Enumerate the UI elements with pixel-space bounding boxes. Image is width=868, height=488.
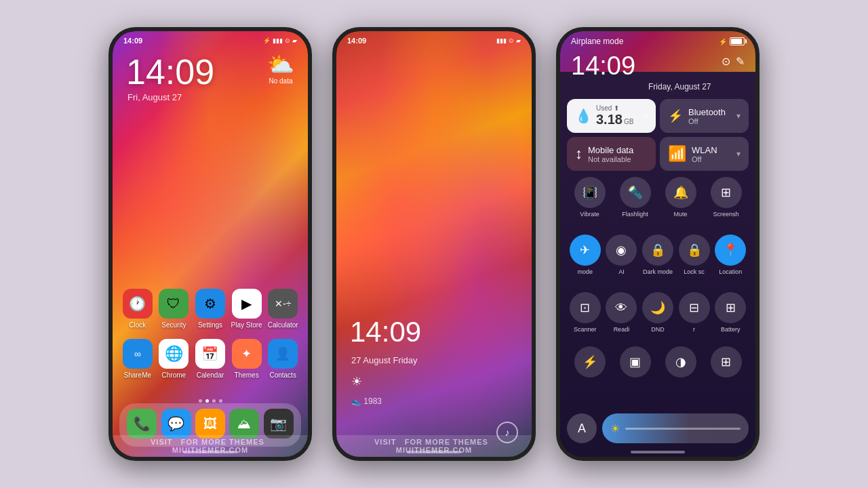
extra2-toggle[interactable]: ⊞ (711, 346, 742, 380)
battery-toggle[interactable]: ⊞ Battery (715, 292, 746, 333)
extra1-circle: ⊟ (679, 292, 710, 323)
status-time-2: 14:09 (347, 37, 366, 45)
status-icons-1: ⚡ ▮▮▮ ⊙ ▰ (263, 37, 297, 44)
screenshot-toggle[interactable]: ⊞ Screensh (711, 177, 742, 218)
vibrate-toggle[interactable]: 📳 Vibrate (574, 177, 606, 218)
location-circle: 📍 (715, 235, 746, 266)
cc-time: 14:09 (571, 52, 635, 81)
reading-label: Readi (614, 326, 630, 333)
ai-label: AI (618, 268, 625, 275)
chrome-icon: 🌐 (159, 339, 189, 369)
darkmode-label: Dark mode (643, 268, 673, 275)
bluetooth-tile[interactable]: ⚡ Bluetooth Off ▾ (660, 99, 749, 133)
wallpaper-2 (336, 31, 532, 457)
flashlight-toggle[interactable]: 🔦 Flashlight (620, 177, 651, 218)
airplane-circle: ✈ (570, 235, 601, 266)
playstore-label: Play Store (231, 321, 262, 329)
app-grid: 🕐 Clock 🛡 Security ⚙ Settings ▶ Play Sto… (113, 289, 308, 389)
battery-icon-3 (730, 37, 745, 45)
calculator-icon: ✕-÷ (268, 289, 298, 319)
control-panel: Airplane mode ⚡ 14:09 Friday, August 27 … (560, 31, 755, 457)
brightness-track (625, 428, 741, 430)
app-contacts[interactable]: 👤 Contacts (266, 339, 300, 379)
mobile-title: Mobile data (588, 145, 648, 155)
weather-icon: ⛅ (267, 52, 294, 77)
data-unit: GB (624, 118, 633, 125)
phone-2: 14:09 ▮▮▮ ⊙ ▰ 14:09 27 August Friday ☀ 👟… (332, 27, 536, 461)
settings-icon: ⚙ (195, 289, 225, 319)
scanner-toggle[interactable]: ⊡ Scanner (570, 292, 601, 333)
cast-toggle[interactable]: ▣ (620, 346, 651, 380)
phone-icon: 📞 (127, 409, 157, 439)
app-settings[interactable]: ⚙ Settings (193, 289, 227, 329)
reading-circle: 👁 (606, 292, 637, 323)
app-clock[interactable]: 🕐 Clock (121, 289, 155, 329)
edit-top-icon[interactable]: ✎ (736, 55, 745, 68)
cc-top-icons: ⊙ ✎ (722, 55, 745, 68)
data-tile-arrow: ▾ (644, 111, 648, 121)
toggle-row-4: ⚡ ▣ ◑ ⊞ (567, 346, 749, 380)
reading-toggle[interactable]: 👁 Readi (606, 292, 637, 333)
scanner-label: Scanner (574, 326, 597, 333)
dot-2 (205, 399, 209, 403)
app-playstore[interactable]: ▶ Play Store (230, 289, 264, 329)
flashlight-top-icon[interactable]: ⊙ (722, 55, 730, 68)
cc-search-button[interactable]: A (567, 413, 597, 443)
app-themes[interactable]: ✦ Themes (230, 339, 264, 379)
steps-count: 1983 (363, 396, 382, 406)
bluetooth-tile-text: Bluetooth Off (688, 107, 731, 125)
location-label: Location (719, 268, 742, 275)
playstore-icon: ▶ (232, 289, 262, 319)
wifi-icon-2: ⊙ (509, 37, 514, 44)
security-label: Security (161, 321, 186, 329)
airplane-toggle[interactable]: ✈ mode (570, 235, 601, 275)
phone3-screen: Airplane mode ⚡ 14:09 Friday, August 27 … (560, 31, 755, 457)
status-bar-2: 14:09 ▮▮▮ ⊙ ▰ (336, 37, 532, 45)
app-security[interactable]: 🛡 Security (157, 289, 191, 329)
dnd-label: DND (651, 326, 665, 333)
wifi-icon: ⊙ (285, 37, 290, 44)
bluetooth-icon: ⚡ (668, 108, 683, 123)
battery-toggle-label: Battery (721, 326, 741, 333)
invert-toggle[interactable]: ◑ (665, 346, 696, 380)
camera-icon: 📷 (264, 409, 294, 439)
dnd-toggle[interactable]: 🌙 DND (642, 292, 673, 333)
location-toggle[interactable]: 📍 Location (715, 235, 746, 275)
flashlight-label: Flashlight (622, 211, 648, 218)
lockscreen-circle: 🔒 (679, 235, 710, 266)
extra2-circle: ⊞ (711, 346, 742, 378)
app-chrome[interactable]: 🌐 Chrome (157, 339, 191, 379)
cc-date: Friday, August 27 (648, 82, 711, 92)
darkmode-toggle[interactable]: 🔒 Dark mode (642, 235, 673, 275)
messages-icon: 💬 (161, 409, 191, 439)
app-row-2: ∞ ShareMe 🌐 Chrome 📅 Calendar ✦ Themes 👤 (119, 339, 301, 379)
cast-circle: ▣ (620, 346, 651, 378)
lockscreen-weather: ☀ (351, 374, 362, 389)
extra1-toggle[interactable]: ⊟ r (679, 292, 710, 333)
brightness-slider[interactable]: ☀ (602, 413, 749, 443)
phone-3: Airplane mode ⚡ 14:09 Friday, August 27 … (556, 27, 760, 461)
mute-toggle[interactable]: 🔔 Mute (665, 177, 696, 218)
themes-icon: ✦ (232, 339, 262, 369)
data-tile[interactable]: 💧 Used ⬆ 3.18 GB ▾ (567, 99, 656, 133)
app-calendar[interactable]: 📅 Calendar (193, 339, 227, 379)
battery-icon-2: ▰ (516, 37, 521, 44)
wlan-arrow: ▾ (736, 149, 741, 159)
ai-toggle[interactable]: ◉ AI (606, 235, 637, 275)
boost-toggle[interactable]: ⚡ (574, 346, 606, 380)
bluetooth-status-icon: ⚡ (263, 37, 271, 44)
steps-icon: 👟 (351, 396, 361, 406)
app-calculator[interactable]: ✕-÷ Calculator (266, 289, 300, 329)
signal-icon-2: ▮▮▮ (496, 37, 507, 44)
mobile-data-tile[interactable]: ↕ Mobile data Not available (567, 137, 656, 171)
status-bar-1: 14:09 ⚡ ▮▮▮ ⊙ ▰ (113, 37, 308, 45)
wlan-title: WLAN (692, 145, 731, 155)
app-shareme[interactable]: ∞ ShareMe (121, 339, 155, 379)
vibrate-label: Vibrate (580, 211, 599, 218)
vibrate-circle: 📳 (574, 177, 606, 208)
toggle-row-1: 📳 Vibrate 🔦 Flashlight 🔔 Mute ⊞ Screensh (567, 177, 749, 218)
wlan-sub: Off (692, 155, 731, 163)
security-icon: 🛡 (159, 289, 189, 319)
wlan-tile[interactable]: 📶 WLAN Off ▾ (660, 137, 749, 171)
lockscreen-toggle[interactable]: 🔒 Lock sc (679, 235, 710, 275)
